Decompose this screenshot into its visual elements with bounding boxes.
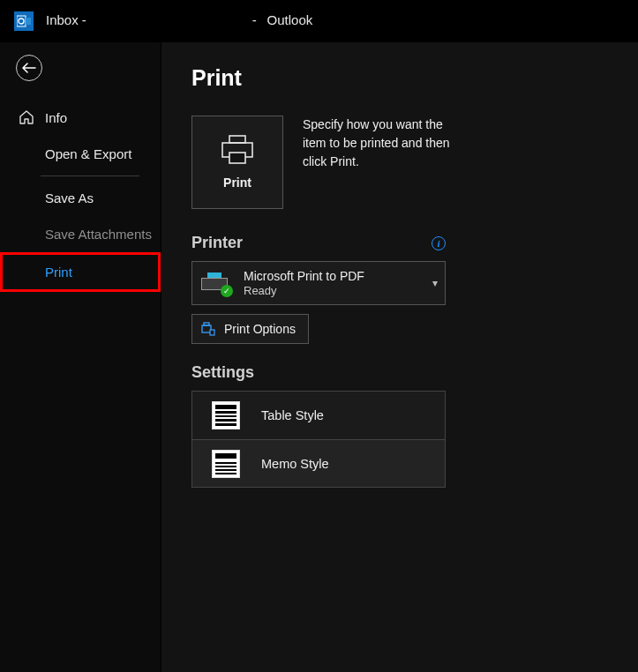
printer-heading-row: Printer i bbox=[191, 234, 446, 252]
back-button[interactable] bbox=[16, 55, 42, 81]
memo-style-icon bbox=[212, 450, 240, 478]
sidebar-label-save-attachments: Save Attachments bbox=[45, 227, 152, 242]
print-description: Specify how you want the item to be prin… bbox=[303, 116, 458, 171]
style-table-label: Table Style bbox=[261, 408, 324, 422]
sidebar-label-info: Info bbox=[45, 110, 67, 125]
print-style-list: Table Style Memo Style bbox=[191, 391, 446, 488]
page-title: Print bbox=[191, 65, 638, 91]
sidebar-divider bbox=[41, 175, 139, 176]
svg-rect-7 bbox=[210, 330, 214, 335]
main-panel: Print Print Specify how you want the ite… bbox=[161, 42, 638, 672]
title-bar: Inbox - - Outlook bbox=[0, 0, 638, 42]
chevron-down-icon: ▾ bbox=[432, 277, 438, 289]
svg-rect-6 bbox=[204, 323, 209, 325]
sidebar-item-open-export[interactable]: Open & Export bbox=[0, 136, 161, 172]
settings-heading: Settings bbox=[191, 363, 446, 382]
printer-icon bbox=[220, 135, 255, 165]
print-options-label: Print Options bbox=[224, 322, 296, 336]
arrow-left-icon bbox=[22, 63, 36, 73]
style-memo[interactable]: Memo Style bbox=[192, 439, 445, 487]
sidebar-label-save-as: Save As bbox=[45, 190, 94, 205]
home-icon bbox=[19, 109, 34, 125]
status-ok-icon: ✓ bbox=[221, 285, 233, 297]
backstage-sidebar: Info Open & Export Save As Save Attachme… bbox=[0, 42, 161, 672]
print-options-button[interactable]: Print Options bbox=[191, 314, 309, 344]
selected-printer-name: Microsoft Print to PDF bbox=[244, 269, 364, 283]
outlook-app-icon bbox=[14, 11, 34, 31]
printer-device-icon: ✓ bbox=[201, 273, 229, 294]
printer-heading: Printer bbox=[191, 234, 243, 252]
print-options-icon bbox=[201, 322, 215, 336]
style-memo-label: Memo Style bbox=[261, 457, 329, 471]
selected-printer-status: Ready bbox=[244, 284, 364, 297]
outlook-glyph-icon bbox=[17, 14, 31, 28]
sidebar-label-print: Print bbox=[45, 265, 72, 280]
svg-rect-4 bbox=[229, 153, 245, 163]
sidebar-item-save-attachments: Save Attachments bbox=[0, 216, 161, 252]
printer-info-icon[interactable]: i bbox=[432, 236, 446, 250]
print-button-label: Print bbox=[223, 175, 251, 190]
sidebar-item-print[interactable]: Print bbox=[0, 252, 161, 292]
printer-dropdown[interactable]: ✓ Microsoft Print to PDF Ready ▾ bbox=[191, 261, 446, 305]
redacted-account bbox=[90, 14, 249, 30]
svg-rect-2 bbox=[229, 136, 245, 143]
sidebar-item-info[interactable]: Info bbox=[0, 99, 161, 136]
table-style-icon bbox=[212, 401, 240, 429]
window-title: Inbox - - Outlook bbox=[46, 12, 312, 29]
print-button[interactable]: Print bbox=[191, 116, 283, 209]
sidebar-item-save-as[interactable]: Save As bbox=[0, 180, 161, 216]
style-table[interactable]: Table Style bbox=[192, 392, 445, 439]
sidebar-label-open-export: Open & Export bbox=[45, 146, 131, 161]
